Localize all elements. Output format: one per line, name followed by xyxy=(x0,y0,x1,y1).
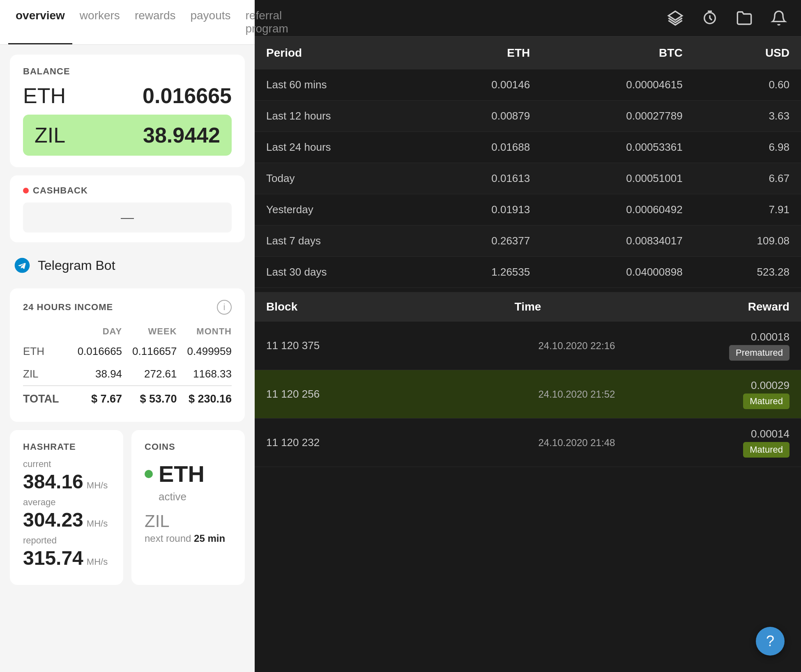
left-panel: overview workers rewards payouts referra… xyxy=(0,0,255,672)
layers-icon[interactable] xyxy=(665,8,685,28)
hashrate-current-row: current 384.16 MH/s xyxy=(23,459,110,493)
block-reward-1: 0.00029 Matured xyxy=(615,379,789,409)
income-eth-day: 0.016665 xyxy=(67,340,122,363)
earnings-period-0: Last 60 mins xyxy=(255,69,423,101)
income-zil-day: 38.94 xyxy=(67,363,122,386)
balance-label: BALANCE xyxy=(23,66,232,77)
block-number-2: 11 120 232 xyxy=(266,436,441,449)
cashback-dash: — xyxy=(121,210,134,225)
income-row-eth: ETH 0.016665 0.116657 0.499959 xyxy=(23,340,232,363)
balance-eth-label: ETH xyxy=(23,83,66,108)
income-coin-zil: ZIL xyxy=(23,363,67,386)
earnings-row-1: Last 12 hours 0.00879 0.00027789 3.63 xyxy=(255,101,801,132)
timer-icon[interactable] xyxy=(700,8,720,28)
earnings-row-0: Last 60 mins 0.00146 0.00004615 0.60 xyxy=(255,69,801,101)
right-header xyxy=(255,0,801,37)
hashrate-reported-label: reported xyxy=(23,535,110,546)
block-time-1: 24.10.2020 21:52 xyxy=(441,389,615,400)
earnings-usd-2: 6.98 xyxy=(694,132,801,163)
income-zil-month: 1168.33 xyxy=(177,363,232,386)
telegram-icon xyxy=(13,256,31,274)
block-time-2: 24.10.2020 21:48 xyxy=(441,437,615,449)
telegram-row[interactable]: Telegram Bot xyxy=(10,251,245,280)
earnings-btc-5: 0.00834017 xyxy=(541,226,694,257)
block-reward-badge-0: Prematured xyxy=(729,345,789,361)
tab-rewards[interactable]: rewards xyxy=(127,0,183,44)
hashrate-reported-value: 315.74 MH/s xyxy=(23,547,110,569)
earnings-eth-3: 0.01613 xyxy=(423,163,541,194)
block-row-1: 11 120 256 24.10.2020 21:52 0.00029 Matu… xyxy=(255,370,801,419)
coin-eth-row: ETH xyxy=(145,460,232,487)
bottom-row: HASHRATE current 384.16 MH/s average 304… xyxy=(10,430,245,585)
earnings-btc-0: 0.00004615 xyxy=(541,69,694,101)
earnings-eth-6: 1.26535 xyxy=(423,257,541,288)
right-panel: Period ETH BTC USD Last 60 mins 0.00146 … xyxy=(255,0,801,672)
earnings-col-usd: USD xyxy=(694,37,801,69)
earnings-btc-3: 0.00051001 xyxy=(541,163,694,194)
earnings-eth-5: 0.26377 xyxy=(423,226,541,257)
hashrate-current-number: 384.16 xyxy=(23,470,83,493)
left-content: BALANCE ETH 0.016665 ZIL 38.9442 CASHBAC… xyxy=(0,45,255,672)
hashrate-average-label: average xyxy=(23,497,110,508)
blocks-header: Block Time Reward xyxy=(255,292,801,322)
cashback-content: — xyxy=(23,203,232,232)
income-card: 24 HOURS INCOME i DAY WEEK MONTH ETH 0.0… xyxy=(10,288,245,422)
income-table: DAY WEEK MONTH ETH 0.016665 0.116657 0.4… xyxy=(23,323,232,410)
blocks-col-block: Block xyxy=(266,300,441,313)
income-total-label: TOTAL xyxy=(23,386,67,410)
block-reward-badge-1: Matured xyxy=(743,394,789,409)
income-col-day: DAY xyxy=(67,323,122,340)
blocks-col-reward: Reward xyxy=(615,300,789,313)
earnings-row-3: Today 0.01613 0.00051001 6.67 xyxy=(255,163,801,194)
tab-workers[interactable]: workers xyxy=(72,0,127,44)
hashrate-reported-row: reported 315.74 MH/s xyxy=(23,535,110,569)
block-reward-value-1: 0.00029 xyxy=(615,379,789,392)
hashrate-current-unit: MH/s xyxy=(87,480,108,491)
cashback-label: CASHBACK xyxy=(23,185,232,196)
earnings-eth-1: 0.00879 xyxy=(423,101,541,132)
coin-active-dot xyxy=(145,470,153,478)
tab-overview[interactable]: overview xyxy=(8,0,72,44)
earnings-usd-1: 3.63 xyxy=(694,101,801,132)
balance-zil-label: ZIL xyxy=(35,123,65,147)
coin-eth-label: ETH xyxy=(159,460,205,487)
hashrate-average-value: 304.23 MH/s xyxy=(23,509,110,531)
earnings-btc-1: 0.00027789 xyxy=(541,101,694,132)
earnings-col-eth: ETH xyxy=(423,37,541,69)
hashrate-average-row: average 304.23 MH/s xyxy=(23,497,110,531)
income-col-month: MONTH xyxy=(177,323,232,340)
bell-icon[interactable] xyxy=(769,8,789,28)
earnings-table: Period ETH BTC USD Last 60 mins 0.00146 … xyxy=(255,37,801,288)
income-header: 24 HOURS INCOME i xyxy=(23,300,232,315)
block-number-0: 11 120 375 xyxy=(266,339,441,352)
tab-referral[interactable]: referral program xyxy=(238,0,296,44)
balance-zil-value: 38.9442 xyxy=(143,123,220,147)
income-total-day: $ 7.67 xyxy=(67,386,122,410)
hashrate-reported-number: 315.74 xyxy=(23,547,83,569)
earnings-col-btc: BTC xyxy=(541,37,694,69)
info-icon[interactable]: i xyxy=(217,300,232,315)
coin-zil-label: ZIL xyxy=(145,511,232,531)
earnings-eth-0: 0.00146 xyxy=(423,69,541,101)
block-number-1: 11 120 256 xyxy=(266,388,441,400)
earnings-period-5: Last 7 days xyxy=(255,226,423,257)
hashrate-title: HASHRATE xyxy=(23,442,110,452)
income-col-coin xyxy=(23,323,67,340)
earnings-btc-6: 0.04000898 xyxy=(541,257,694,288)
earnings-usd-3: 6.67 xyxy=(694,163,801,194)
earnings-row-4: Yesterday 0.01913 0.00060492 7.91 xyxy=(255,194,801,226)
hashrate-average-unit: MH/s xyxy=(87,518,108,529)
coin-eth-status: active xyxy=(159,490,232,503)
tab-payouts[interactable]: payouts xyxy=(183,0,238,44)
hashrate-reported-unit: MH/s xyxy=(87,557,108,567)
earnings-usd-6: 523.28 xyxy=(694,257,801,288)
earnings-period-4: Yesterday xyxy=(255,194,423,226)
balance-zil-row: ZIL 38.9442 xyxy=(23,115,232,156)
income-total-week: $ 53.70 xyxy=(122,386,177,410)
income-row-zil: ZIL 38.94 272.61 1168.33 xyxy=(23,363,232,386)
folder-icon[interactable] xyxy=(734,8,754,28)
help-button[interactable]: ? xyxy=(756,627,785,656)
block-reward-badge-2: Matured xyxy=(743,442,789,458)
income-title: 24 HOURS INCOME xyxy=(23,302,113,313)
balance-eth-row: ETH 0.016665 xyxy=(23,83,232,108)
